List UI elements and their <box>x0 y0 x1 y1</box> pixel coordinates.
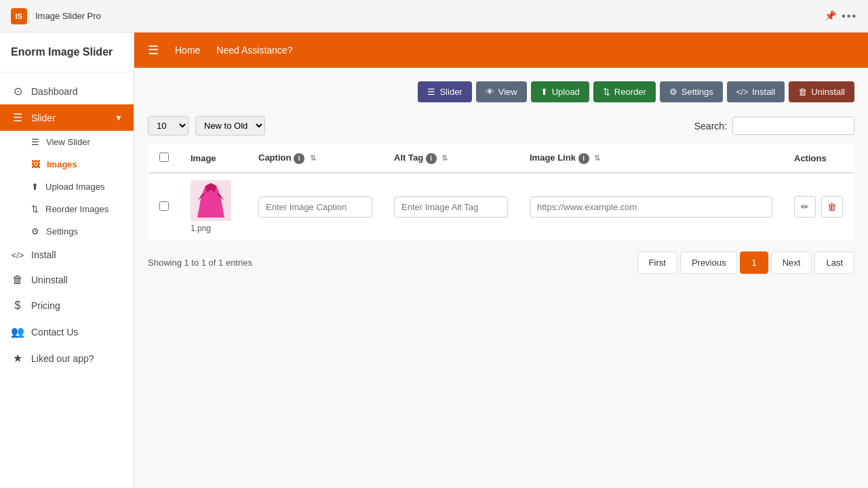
image-thumbnail <box>191 180 231 221</box>
main-content: ☰ Home Need Assistance? ☰ Slider 👁 View … <box>134 33 868 488</box>
header-checkbox-cell <box>149 144 180 174</box>
reorder-btn-label: Reorder <box>614 87 646 97</box>
sidebar-item-contact-us[interactable]: 👥 Contact Us <box>0 319 134 345</box>
sidebar-item-slider[interactable]: ☰ Slider ▼ <box>0 104 134 131</box>
table-controls: 10 25 50 100 New to Old Old to New Searc… <box>148 116 854 136</box>
page-1-button[interactable]: 1 <box>740 251 768 274</box>
pricing-icon: $ <box>11 300 24 312</box>
install-icon: </> <box>11 250 24 260</box>
sidebar-item-images[interactable]: 🖼 Images <box>0 153 134 176</box>
row-checkbox[interactable] <box>159 201 169 211</box>
caption-info-icon: i <box>294 153 304 164</box>
upload-button[interactable]: ⬆ Upload <box>531 81 589 102</box>
chevron-down-icon: ▼ <box>115 113 123 123</box>
sidebar-item-label: Liked our app? <box>31 353 94 364</box>
previous-page-button[interactable]: Previous <box>680 251 738 274</box>
row-image-link-cell <box>519 173 783 241</box>
page-content: ☰ Slider 👁 View ⬆ Upload ⇅ Reorder ⚙ <box>134 68 868 488</box>
star-icon: ★ <box>11 352 24 365</box>
sidebar-item-label: Settings <box>46 226 78 237</box>
sidebar-nav: ⊙ Dashboard ☰ Slider ▼ ☰ View Slider 🖼 I… <box>0 73 134 377</box>
sidebar-item-label: Uninstall <box>31 274 68 285</box>
uninstall-btn-icon: 🗑 <box>798 87 807 97</box>
first-page-button[interactable]: First <box>637 251 677 274</box>
showing-text: Showing 1 to 1 of 1 entries <box>148 258 252 268</box>
search-label: Search: <box>694 121 727 131</box>
image-filename: 1.png <box>191 224 211 233</box>
install-btn-icon: </> <box>736 87 748 97</box>
dashboard-icon: ⊙ <box>11 85 24 98</box>
uninstall-button[interactable]: 🗑 Uninstall <box>789 81 854 102</box>
sidebar-item-label: View Slider <box>46 137 90 147</box>
reorder-images-icon: ⇅ <box>31 204 39 214</box>
slider-btn-icon: ☰ <box>427 87 435 97</box>
sidebar-item-settings[interactable]: ⚙ Settings <box>0 220 134 243</box>
sidebar-item-reorder-images[interactable]: ⇅ Reorder Images <box>0 198 134 220</box>
sidebar-item-view-slider[interactable]: ☰ View Slider <box>0 131 134 153</box>
more-icon[interactable]: ••• <box>842 10 857 22</box>
alt-tag-info-icon: i <box>426 153 437 164</box>
sidebar-item-install[interactable]: </> Install <box>0 243 134 267</box>
sidebar-item-label: Upload Images <box>45 182 104 192</box>
select-all-checkbox[interactable] <box>159 152 169 162</box>
sidebar-item-uninstall[interactable]: 🗑 Uninstall <box>0 267 134 293</box>
view-button[interactable]: 👁 View <box>476 81 527 102</box>
top-nav: ☰ Home Need Assistance? <box>134 33 868 68</box>
sidebar: Enorm Image Slider ⊙ Dashboard ☰ Slider … <box>0 33 134 488</box>
row-checkbox-cell <box>149 173 180 241</box>
sort-select[interactable]: New to Old Old to New <box>195 116 265 136</box>
sidebar-item-liked[interactable]: ★ Liked our app? <box>0 345 134 371</box>
uninstall-icon: 🗑 <box>11 274 24 286</box>
table-row: 1.png <box>149 173 854 241</box>
sidebar-item-label: Slider <box>31 113 56 123</box>
upload-btn-label: Upload <box>552 87 580 97</box>
last-page-button[interactable]: Last <box>814 251 854 274</box>
app-icon: IS <box>11 8 27 24</box>
settings-btn-label: Settings <box>682 87 713 97</box>
image-link-info-icon: i <box>578 153 589 164</box>
view-slider-icon: ☰ <box>31 137 39 147</box>
action-buttons: ✏ 🗑 <box>794 196 843 218</box>
upload-images-icon: ⬆ <box>31 182 39 192</box>
sidebar-item-dashboard[interactable]: ⊙ Dashboard <box>0 78 134 104</box>
header-image: Image <box>180 144 248 174</box>
settings-button[interactable]: ⚙ Settings <box>660 81 723 102</box>
per-page-select[interactable]: 10 25 50 100 <box>148 116 189 136</box>
sidebar-item-label: Install <box>31 249 56 260</box>
caption-sort-icon: ⇅ <box>310 154 316 162</box>
edit-button[interactable]: ✏ <box>794 196 816 218</box>
nav-link-assistance[interactable]: Need Assistance? <box>216 45 292 56</box>
nav-link-home[interactable]: Home <box>175 45 200 56</box>
uninstall-btn-label: Uninstall <box>811 87 845 97</box>
sidebar-item-pricing[interactable]: $ Pricing <box>0 293 134 319</box>
pin-icon[interactable]: 📌 <box>825 10 836 22</box>
sidebar-item-label: Reorder Images <box>45 204 108 214</box>
search-input[interactable] <box>732 117 854 135</box>
delete-button[interactable]: 🗑 <box>821 196 843 218</box>
reorder-button[interactable]: ⇅ Reorder <box>593 81 656 102</box>
slider-icon: ☰ <box>11 111 24 124</box>
sidebar-item-label: Dashboard <box>31 86 78 97</box>
next-page-button[interactable]: Next <box>771 251 812 274</box>
slider-button[interactable]: ☰ Slider <box>418 81 471 102</box>
header-actions: Actions <box>783 144 854 174</box>
header-image-link[interactable]: Image Link i ⇅ <box>519 144 783 174</box>
search-wrap: Search: <box>694 117 854 135</box>
menu-toggle-icon[interactable]: ☰ <box>148 43 159 58</box>
browser-bar: IS Image Slider Pro 📌 ••• <box>0 0 868 33</box>
header-caption[interactable]: Caption i ⇅ <box>248 144 383 174</box>
sidebar-item-upload-images[interactable]: ⬆ Upload Images <box>0 176 134 198</box>
row-image-cell: 1.png <box>180 173 248 241</box>
caption-input[interactable] <box>258 197 372 218</box>
alt-tag-sort-icon: ⇅ <box>441 154 448 162</box>
images-icon: 🖼 <box>31 159 40 169</box>
install-button[interactable]: </> Install <box>727 81 785 102</box>
header-alt-tag[interactable]: Alt Tag i ⇅ <box>383 144 519 174</box>
sidebar-item-label: Images <box>47 159 77 169</box>
view-btn-icon: 👁 <box>486 87 494 97</box>
install-btn-label: Install <box>752 87 775 97</box>
sidebar-item-label: Pricing <box>31 300 60 311</box>
alt-tag-input[interactable] <box>394 197 508 218</box>
row-caption-cell <box>248 173 383 241</box>
image-link-input[interactable] <box>530 197 772 218</box>
